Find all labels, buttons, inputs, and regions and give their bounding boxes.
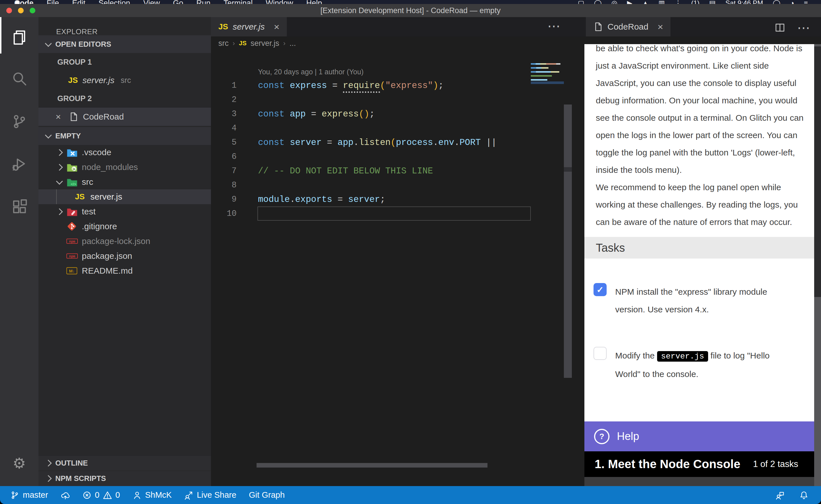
checkbox-unchecked[interactable] <box>593 347 606 360</box>
line-number[interactable]: 5 <box>211 138 237 147</box>
menu-item-run[interactable]: Run <box>196 0 211 4</box>
status-live-share[interactable]: Live Share <box>184 490 236 500</box>
menu-item-code[interactable]: Code <box>14 0 34 4</box>
menu-item-selection[interactable]: Selection <box>99 0 130 4</box>
gitlens-annotation[interactable]: You, 20 days ago | 1 author (You) <box>258 68 364 76</box>
menu-item-go[interactable]: Go <box>173 0 183 4</box>
open-editors-header[interactable]: OPEN EDITORS <box>38 35 211 53</box>
code-line-5[interactable]: 5const server = app.listen(process.env.P… <box>211 135 584 149</box>
tab-coderoad[interactable]: CodeRoad × <box>586 17 671 36</box>
open-editor-item-coderoad[interactable]: ×CodeRoad <box>38 108 211 126</box>
close-panel-tab-icon[interactable]: × <box>658 21 663 32</box>
status-cloud-upload[interactable] <box>61 491 70 500</box>
status-master[interactable]: master <box>10 490 48 500</box>
menu-status-icon[interactable]: ▥ <box>659 0 665 4</box>
code-line-6[interactable]: 6 <box>211 149 584 164</box>
code-line-9[interactable]: 9module.exports = server; <box>211 192 584 206</box>
menu-status-icon[interactable]: ◑ <box>790 0 794 4</box>
more-actions-icon[interactable]: ⋯ <box>797 21 811 34</box>
minimap[interactable] <box>531 63 564 87</box>
code-line-7[interactable]: 7// -- DO NOT EDIT BELOW THIS LINE <box>211 164 584 178</box>
activity-source-control[interactable] <box>0 106 38 137</box>
status-0[interactable]: 00 <box>82 490 120 500</box>
vertical-scrollbar[interactable] <box>564 105 572 378</box>
panel-footer-strip <box>584 477 814 486</box>
line-number[interactable]: 3 <box>211 109 237 119</box>
menu-item-window[interactable]: Window <box>266 0 293 4</box>
more-actions-icon[interactable]: ⋯ <box>547 19 561 33</box>
tree-item-package-lock-json[interactable]: npmpackage-lock.json <box>38 234 211 249</box>
line-number[interactable]: 7 <box>211 166 237 176</box>
line-number[interactable]: 6 <box>211 152 237 161</box>
menu-status-icon[interactable]: ▤ <box>709 0 716 4</box>
menu-status-icon[interactable]: ≡ <box>804 0 808 4</box>
panel-scrollbar[interactable] <box>814 44 821 486</box>
menu-item-view[interactable]: View <box>143 0 160 4</box>
menu-item-terminal[interactable]: Terminal <box>224 0 253 4</box>
tree-item-src[interactable]: </>src <box>38 175 211 189</box>
tree-item-readme-md[interactable]: M↓README.md <box>38 263 211 278</box>
tree-item-node-modules[interactable]: jsnode_modules <box>38 160 211 175</box>
tab-server-js[interactable]: JS server.js × <box>211 17 287 36</box>
status-feedback[interactable] <box>775 491 785 500</box>
help-bar[interactable]: ? Help <box>584 421 814 451</box>
menu-status-icon[interactable]: ▶ <box>627 0 632 4</box>
code-line-4[interactable]: 4 <box>211 121 584 135</box>
menu-status-icon[interactable]: ⋮ <box>675 0 682 4</box>
status-git-graph[interactable]: Git Graph <box>249 490 285 500</box>
line-number[interactable]: 10 <box>211 209 237 218</box>
code-line-8[interactable]: 8 <box>211 178 584 192</box>
code-editor[interactable]: 1const express = require("express");23co… <box>211 78 584 221</box>
status-bell[interactable] <box>799 491 808 500</box>
code-line-content[interactable]: const server = app.listen(process.env.PO… <box>237 138 497 147</box>
menu-status-icon[interactable]: (1) <box>691 0 700 4</box>
menu-status-icon[interactable]: ◎ <box>611 0 618 4</box>
menu-status-icon[interactable]: ▲ <box>642 0 649 4</box>
breadcrumb-item[interactable]: src <box>219 39 229 48</box>
activity-search[interactable] <box>0 63 38 94</box>
line-number[interactable]: 4 <box>211 124 237 133</box>
section-outline[interactable]: OUTLINE <box>38 455 211 471</box>
scrollbar-thumb[interactable] <box>814 46 821 297</box>
code-line-content[interactable]: const app = express(); <box>237 109 375 119</box>
code-line-2[interactable]: 2 <box>211 93 584 107</box>
status-shmck[interactable]: ShMcK <box>132 490 171 500</box>
section-npm-scripts[interactable]: NPM SCRIPTS <box>38 471 211 486</box>
tree-item--vscode[interactable]: .vscode <box>38 145 211 160</box>
line-number[interactable]: 2 <box>211 95 237 105</box>
activity-extensions[interactable] <box>0 191 38 222</box>
activity-settings[interactable]: ⚙ <box>0 448 38 479</box>
line-number[interactable]: 1 <box>211 81 237 90</box>
code-token: ; <box>380 194 385 204</box>
tree-item--gitignore[interactable]: .gitignore <box>38 219 211 234</box>
code-line-3[interactable]: 3const app = express(); <box>211 107 584 121</box>
line-number[interactable]: 8 <box>211 181 237 190</box>
split-editor-icon[interactable] <box>775 22 785 33</box>
code-line-1[interactable]: 1const express = require("express"); <box>211 78 584 93</box>
line-number[interactable]: 9 <box>211 195 237 204</box>
close-tab-icon[interactable]: × <box>274 21 280 32</box>
menu-status-icon[interactable]: ◯ <box>594 0 602 4</box>
menu-item-help[interactable]: Help <box>306 0 322 4</box>
activity-run-debug[interactable] <box>0 148 38 179</box>
activity-explorer[interactable] <box>0 21 38 52</box>
code-line-content[interactable]: // -- DO NOT EDIT BELOW THIS LINE <box>237 166 433 176</box>
code-line-content[interactable]: module.exports = server; <box>237 194 385 204</box>
breadcrumb[interactable]: src›JSserver.js›... <box>219 36 296 50</box>
horizontal-scrollbar[interactable] <box>257 463 487 468</box>
close-icon[interactable]: × <box>56 112 64 122</box>
breadcrumb-item[interactable]: ... <box>289 39 296 48</box>
folder-section-header[interactable]: EMPTY <box>38 127 211 145</box>
menu-status-icon[interactable]: ▢ <box>578 0 584 4</box>
code-line-content[interactable]: const express = require("express"); <box>237 81 444 91</box>
tree-item-test[interactable]: test <box>38 204 211 219</box>
breadcrumb-item[interactable]: server.js <box>251 39 279 48</box>
menu-item-edit[interactable]: Edit <box>72 0 85 4</box>
menu-item-file[interactable]: File <box>47 0 59 4</box>
tree-item-server-js[interactable]: JSserver.js <box>38 189 211 204</box>
tree-item-package-json[interactable]: npmpackage.json <box>38 249 211 263</box>
open-editor-item-server-js[interactable]: JSserver.jssrc <box>38 71 211 89</box>
checkbox-checked[interactable]: ✓ <box>593 283 606 296</box>
lesson-bar[interactable]: 1. Meet the Node Console 1 of 2 tasks <box>584 451 814 477</box>
menu-status-icon[interactable]: ◯ <box>773 0 781 4</box>
